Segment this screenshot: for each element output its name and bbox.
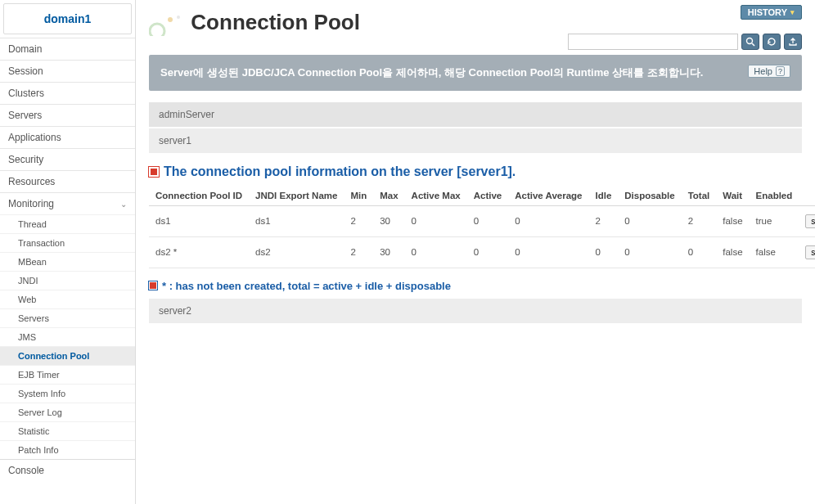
cell-total: 2 bbox=[682, 205, 717, 236]
server-bar-server1[interactable]: server1 bbox=[149, 128, 802, 153]
sub-item-thread[interactable]: Thread bbox=[0, 214, 135, 233]
table-header-row: Connection Pool ID JNDI Export Name Min … bbox=[149, 186, 815, 206]
svg-point-2 bbox=[177, 16, 180, 19]
table-note: * : has not been created, total = active… bbox=[149, 280, 802, 292]
cell-idle: 2 bbox=[588, 205, 618, 236]
cell-id: ds1 bbox=[149, 205, 249, 236]
nav-item-applications[interactable]: Applications bbox=[0, 127, 135, 148]
cell-wait: false bbox=[716, 236, 749, 268]
svg-line-4 bbox=[752, 43, 754, 46]
chevron-down-icon: ⌄ bbox=[120, 200, 127, 209]
table-row: ds2 * ds2 2 30 0 0 0 0 0 0 false false s… bbox=[149, 236, 815, 268]
nav-item-session[interactable]: Session bbox=[0, 61, 135, 82]
sidebar: domain1 Domain Session Clusters Servers … bbox=[0, 0, 136, 504]
nav-item-servers[interactable]: Servers bbox=[0, 105, 135, 126]
cell-enabled: false bbox=[750, 236, 799, 268]
nav-item-resources[interactable]: Resources bbox=[0, 171, 135, 192]
monitoring-sublist: Thread Transaction MBean JNDI Web Server… bbox=[0, 214, 135, 459]
cell-active-avg: 0 bbox=[508, 236, 588, 268]
col-active-max: Active Max bbox=[405, 186, 467, 206]
description-text: Server에 생성된 JDBC/JCA Connection Pool을 제어… bbox=[160, 65, 738, 81]
sub-item-web[interactable]: Web bbox=[0, 290, 135, 308]
connection-pool-table: Connection Pool ID JNDI Export Name Min … bbox=[149, 186, 815, 268]
cell-max: 30 bbox=[373, 236, 404, 268]
search-input[interactable] bbox=[568, 34, 738, 50]
svg-point-1 bbox=[168, 17, 173, 22]
sub-item-mbean[interactable]: MBean bbox=[0, 252, 135, 271]
section-heading-text: The connection pool information on the s… bbox=[164, 164, 516, 179]
svg-point-0 bbox=[150, 24, 164, 36]
cell-max: 30 bbox=[373, 205, 404, 236]
server-bar-admin[interactable]: adminServer bbox=[149, 102, 802, 127]
nav-item-console[interactable]: Console bbox=[0, 459, 135, 481]
sub-item-jndi[interactable]: JNDI bbox=[0, 271, 135, 290]
table-row: ds1 ds1 2 30 0 0 0 2 0 2 false true stmt bbox=[149, 205, 815, 236]
history-label: HISTORY bbox=[748, 7, 787, 17]
flag-icon bbox=[149, 167, 159, 177]
cell-wait: false bbox=[716, 205, 749, 236]
refresh-button[interactable] bbox=[763, 34, 781, 50]
domain-label[interactable]: domain1 bbox=[3, 3, 132, 34]
sub-item-patch-info[interactable]: Patch Info bbox=[0, 440, 135, 459]
sub-item-system-info[interactable]: System Info bbox=[0, 384, 135, 403]
description-band: Server에 생성된 JDBC/JCA Connection Pool을 제어… bbox=[149, 55, 802, 91]
cell-jndi: ds1 bbox=[249, 205, 344, 236]
sub-item-server-log[interactable]: Server Log bbox=[0, 403, 135, 421]
flag-icon bbox=[149, 281, 157, 290]
chevron-down-icon: ▾ bbox=[790, 8, 795, 16]
cell-min: 2 bbox=[344, 205, 373, 236]
history-button[interactable]: HISTORY ▾ bbox=[741, 5, 802, 20]
cell-active: 0 bbox=[467, 205, 509, 236]
section-heading: The connection pool information on the s… bbox=[149, 164, 802, 179]
col-active-avg: Active Average bbox=[508, 186, 588, 206]
stmt-button[interactable]: stmt bbox=[805, 214, 815, 228]
sub-item-servers[interactable]: Servers bbox=[0, 308, 135, 327]
nav-item-monitoring[interactable]: Monitoring ⌄ bbox=[0, 193, 135, 214]
svg-point-3 bbox=[747, 38, 753, 44]
help-button[interactable]: Help ? bbox=[748, 65, 790, 78]
nav-item-domain[interactable]: Domain bbox=[0, 38, 135, 60]
note-text: * : has not been created, total = active… bbox=[162, 280, 451, 292]
search-button[interactable] bbox=[741, 34, 759, 50]
cell-disposable: 0 bbox=[618, 236, 681, 268]
col-total: Total bbox=[682, 186, 717, 206]
search-icon bbox=[745, 37, 755, 47]
title-decoration-icon bbox=[149, 15, 185, 38]
cell-active: 0 bbox=[467, 236, 509, 268]
col-jndi: JNDI Export Name bbox=[249, 186, 344, 206]
sub-item-connection-pool[interactable]: Connection Pool bbox=[0, 346, 135, 365]
col-max: Max bbox=[373, 186, 404, 206]
help-label: Help bbox=[754, 66, 772, 76]
export-button[interactable] bbox=[784, 34, 802, 50]
stmt-button[interactable]: stmt bbox=[805, 245, 815, 259]
refresh-icon bbox=[767, 37, 777, 47]
sub-item-transaction[interactable]: Transaction bbox=[0, 233, 135, 252]
cell-id: ds2 * bbox=[149, 236, 249, 268]
cell-min: 2 bbox=[344, 236, 373, 268]
cell-jndi: ds2 bbox=[249, 236, 344, 268]
cell-active-max: 0 bbox=[405, 236, 467, 268]
nav-item-clusters[interactable]: Clusters bbox=[0, 83, 135, 104]
col-wait: Wait bbox=[716, 186, 749, 206]
cell-enabled: true bbox=[750, 205, 799, 236]
help-icon: ? bbox=[776, 66, 785, 76]
col-enabled: Enabled bbox=[750, 186, 799, 206]
page-title: Connection Pool bbox=[191, 10, 360, 34]
nav-item-security[interactable]: Security bbox=[0, 149, 135, 170]
col-min: Min bbox=[344, 186, 373, 206]
cell-disposable: 0 bbox=[618, 205, 681, 236]
main-content: HISTORY ▾ Connection Pool bbox=[136, 0, 815, 504]
sub-item-ejb-timer[interactable]: EJB Timer bbox=[0, 365, 135, 384]
nav-item-monitoring-label: Monitoring bbox=[8, 198, 54, 209]
col-disposable: Disposable bbox=[618, 186, 681, 206]
cell-total: 0 bbox=[682, 236, 717, 268]
sub-item-statistic[interactable]: Statistic bbox=[0, 421, 135, 440]
sub-item-jms[interactable]: JMS bbox=[0, 327, 135, 346]
cell-active-avg: 0 bbox=[508, 205, 588, 236]
col-action bbox=[799, 186, 815, 206]
server-bar-server2[interactable]: server2 bbox=[149, 299, 802, 323]
nav-list: Domain Session Clusters Servers Applicat… bbox=[0, 38, 135, 459]
col-idle: Idle bbox=[588, 186, 618, 206]
export-icon bbox=[788, 37, 798, 47]
col-active: Active bbox=[467, 186, 509, 206]
